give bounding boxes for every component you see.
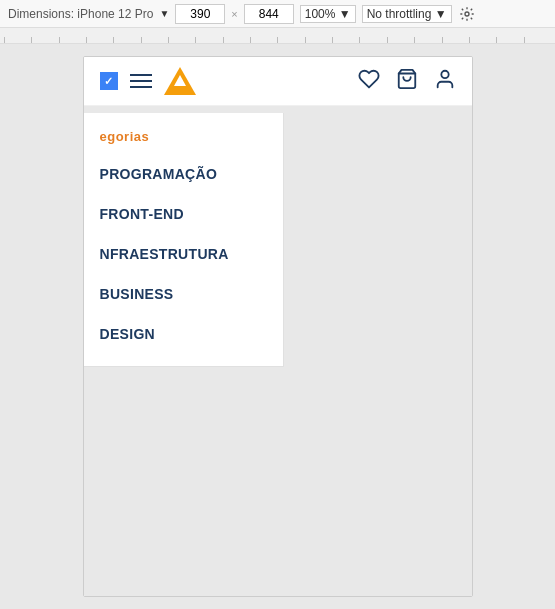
ruler bbox=[0, 28, 555, 44]
width-input[interactable] bbox=[175, 4, 225, 24]
user-icon[interactable] bbox=[434, 68, 456, 95]
svg-point-2 bbox=[441, 70, 448, 77]
dropdown-item-frontend[interactable]: FRONT-END bbox=[84, 194, 283, 234]
dimension-separator: × bbox=[231, 8, 237, 20]
phone-frame: egorias PROGRAMAÇÃO FRONT-END NFRAESTRUT… bbox=[83, 56, 473, 597]
device-dropdown-arrow[interactable]: ▼ bbox=[159, 8, 169, 19]
settings-icon[interactable] bbox=[458, 5, 476, 23]
ruler-ticks bbox=[4, 28, 551, 43]
checkbox-icon[interactable] bbox=[100, 72, 118, 90]
hamburger-menu-icon[interactable] bbox=[130, 74, 152, 88]
dropdown-item-design[interactable]: DESIGN bbox=[84, 314, 283, 354]
nav-left bbox=[100, 67, 196, 95]
heart-icon[interactable] bbox=[358, 68, 380, 95]
dropdown-menu: egorias PROGRAMAÇÃO FRONT-END NFRAESTRUT… bbox=[84, 113, 284, 367]
main-area: egorias PROGRAMAÇÃO FRONT-END NFRAESTRUT… bbox=[0, 44, 555, 609]
toolbar: Dimensions: iPhone 12 Pro ▼ × 100% ▼ No … bbox=[0, 0, 555, 28]
nav-icons bbox=[358, 68, 456, 95]
svg-point-0 bbox=[465, 12, 469, 16]
alura-logo bbox=[164, 67, 196, 95]
device-label: Dimensions: iPhone 12 Pro bbox=[8, 7, 153, 21]
height-input[interactable] bbox=[244, 4, 294, 24]
zoom-select[interactable]: 100% ▼ bbox=[300, 5, 356, 23]
dropdown-item-programacao[interactable]: PROGRAMAÇÃO bbox=[84, 154, 283, 194]
dropdown-header: egorias bbox=[84, 125, 283, 154]
bag-icon[interactable] bbox=[396, 68, 418, 95]
dropdown-item-business[interactable]: BUSINESS bbox=[84, 274, 283, 314]
dropdown-item-infraestrutura[interactable]: NFRAESTRUTURA bbox=[84, 234, 283, 274]
phone-viewport: egorias PROGRAMAÇÃO FRONT-END NFRAESTRUT… bbox=[82, 44, 474, 609]
throttling-select[interactable]: No throttling ▼ bbox=[362, 5, 452, 23]
phone-nav bbox=[84, 57, 472, 106]
